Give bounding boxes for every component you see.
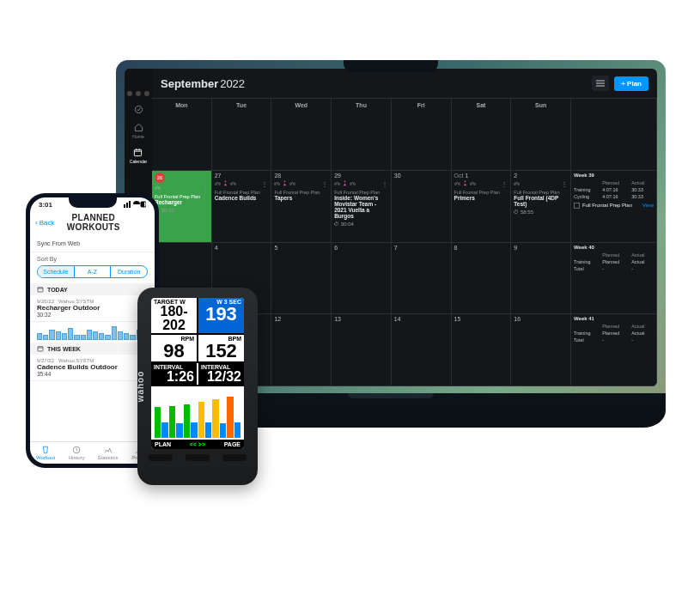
yoga-icon xyxy=(222,180,228,187)
segment-schedule[interactable]: Schedule xyxy=(38,266,74,277)
calendar-day-cell[interactable]: 8 xyxy=(452,243,512,315)
more-icon[interactable]: ⋮ xyxy=(321,180,328,188)
more-icon[interactable]: ⋮ xyxy=(561,180,568,188)
sync-from-web[interactable]: Sync From Web xyxy=(30,235,155,252)
segment-a-z[interactable]: A-Z xyxy=(74,266,111,277)
svg-point-12 xyxy=(290,183,292,185)
svg-rect-31 xyxy=(38,288,43,292)
tab-workout[interactable]: Workout xyxy=(30,442,61,464)
more-icon[interactable]: ⋮ xyxy=(261,180,268,188)
hw-button-left[interactable] xyxy=(149,454,173,461)
tab-statistics[interactable]: Statistics xyxy=(93,442,124,464)
svg-rect-32 xyxy=(38,347,43,351)
svg-point-16 xyxy=(344,181,346,183)
interval-bar xyxy=(161,422,167,438)
sort-segmented-control[interactable]: ScheduleA-ZDuration xyxy=(37,265,148,278)
week-summary-cell: Week 39PlannedActualTraining4:07:1630:33… xyxy=(571,171,657,243)
more-icon[interactable]: ⋮ xyxy=(202,185,209,192)
week-plan-line[interactable]: Full Frontal Prep PlanView xyxy=(574,203,654,209)
bike-icon xyxy=(215,180,221,187)
week-summary-cell: Week 40PlannedActualTrainingPlannedActua… xyxy=(571,243,657,315)
segment-duration[interactable]: Duration xyxy=(110,266,147,277)
svg-point-15 xyxy=(338,183,340,185)
hw-button-right[interactable] xyxy=(222,454,247,461)
calendar-day-cell[interactable]: 15 xyxy=(452,314,512,386)
dow-header: Thu xyxy=(332,99,392,171)
svg-point-6 xyxy=(224,181,226,183)
activity-chip: ⋮ xyxy=(274,180,328,188)
more-icon[interactable]: ⋮ xyxy=(381,180,388,188)
bike-icon xyxy=(289,180,295,187)
calendar-title: September 2022 xyxy=(161,77,245,90)
activity-chip: ⋮ xyxy=(514,180,568,188)
phone-notch xyxy=(69,197,117,208)
calendar-day-cell[interactable]: 9 xyxy=(511,243,571,315)
interval-bar xyxy=(212,399,218,438)
interval-bar xyxy=(205,422,211,438)
app-logo-icon[interactable] xyxy=(134,105,143,114)
add-plan-button[interactable]: + Plan xyxy=(614,76,648,91)
bike-computer-softkeys: PLAN << >> PAGE xyxy=(151,440,244,449)
nav-calendar[interactable]: Calendar xyxy=(130,148,147,164)
laptop-notch xyxy=(344,60,438,72)
svg-rect-27 xyxy=(126,203,128,208)
calendar-day-cell[interactable]: 28⋮Full Frontal Prep PlanTapers xyxy=(271,171,332,243)
calendar-day-cell[interactable]: 7 xyxy=(392,243,452,315)
back-button[interactable]: ‹ Back xyxy=(35,219,54,227)
workout-item[interactable]: 9/26/22 Wahoo SYSTMRecharger Outdoor30:3… xyxy=(30,295,155,322)
calendar-day-cell[interactable]: 6 xyxy=(332,243,392,315)
calendar-day-cell[interactable]: 14 xyxy=(392,314,452,386)
calendar-header: September 2022 + Plan xyxy=(152,69,657,98)
svg-point-13 xyxy=(294,183,295,185)
event-name: Primers xyxy=(454,195,508,201)
sort-by-label: Sort By xyxy=(30,252,155,264)
calendar-day-cell[interactable]: 5 xyxy=(271,243,332,315)
svg-point-8 xyxy=(234,183,235,185)
view-options-button[interactable] xyxy=(592,76,609,91)
softkey-page[interactable]: PAGE xyxy=(224,441,240,447)
svg-point-21 xyxy=(464,181,466,183)
week-summary-header xyxy=(571,99,657,171)
event-duration: ⏱ 30:33✔ xyxy=(155,208,209,214)
week-summary-table: PlannedActualTraining4:07:1630:33Cycling… xyxy=(574,179,654,200)
calendar-day-cell[interactable]: 27⋮Full Frontal Prep PlanCadence Builds xyxy=(212,171,272,243)
softkey-nav[interactable]: << >> xyxy=(190,441,205,447)
nav-home[interactable]: Home xyxy=(132,123,143,139)
calendar-day-cell[interactable]: 29⋮Full Frontal Prep PlanInside: Women's… xyxy=(332,171,392,243)
dow-header: Mon xyxy=(152,99,212,171)
interval-bar xyxy=(176,423,182,438)
week-summary-table: PlannedActualTrainingPlannedActualTotal-… xyxy=(574,252,654,272)
event-name: Recharger xyxy=(155,199,209,205)
more-icon[interactable]: ⋮ xyxy=(501,180,508,188)
phone-tab-bar: WorkoutHistoryStatisticsProfile xyxy=(30,441,155,464)
bike-icon xyxy=(155,185,161,191)
softkey-plan[interactable]: PLAN xyxy=(155,441,171,447)
calendar-day-cell[interactable]: Oct1⋮Full Frontal Prep PlanPrimers xyxy=(452,171,512,243)
bike-computer-brand: wahoo xyxy=(136,371,145,403)
event-name: Tapers xyxy=(274,195,328,201)
status-time: 3:01 xyxy=(39,201,52,209)
calendar-day-cell[interactable]: 30 xyxy=(392,171,452,243)
target-watts-cell: TARGET W 180-202 xyxy=(151,298,197,333)
svg-point-7 xyxy=(230,183,232,185)
svg-point-18 xyxy=(354,183,356,185)
hw-button-mid[interactable] xyxy=(186,454,210,461)
view-link[interactable]: View xyxy=(642,203,654,208)
tab-history[interactable]: History xyxy=(61,442,92,464)
interval-bar xyxy=(191,422,197,438)
phone-header: ‹ Back PLANNED WORKOUTS xyxy=(30,209,155,235)
dow-header: Wed xyxy=(271,99,332,171)
workout-list: TODAY9/26/22 Wahoo SYSTMRecharger Outdoo… xyxy=(30,283,155,381)
calendar-day-cell[interactable]: 26⋮Full Frontal Prep PlanRecharger⏱ 30:3… xyxy=(152,171,212,243)
activity-chip: ⋮ xyxy=(454,180,508,188)
calendar-day-cell[interactable]: 13 xyxy=(332,314,392,386)
section-header: THIS WEEK xyxy=(30,343,155,355)
rpm-cell: RPM 98 xyxy=(151,335,197,361)
calendar-day-cell[interactable]: 12 xyxy=(271,314,332,386)
watts-3sec-cell: W 3 SEC 193 xyxy=(197,298,244,333)
calendar-day-cell[interactable]: 16 xyxy=(511,314,571,386)
workout-duration: 35:44 xyxy=(37,371,148,377)
interval-bar xyxy=(155,407,161,438)
calendar-day-cell[interactable]: 2⋮Full Frontal Prep PlanFull Frontal (4D… xyxy=(511,171,571,243)
status-icons xyxy=(124,201,146,209)
